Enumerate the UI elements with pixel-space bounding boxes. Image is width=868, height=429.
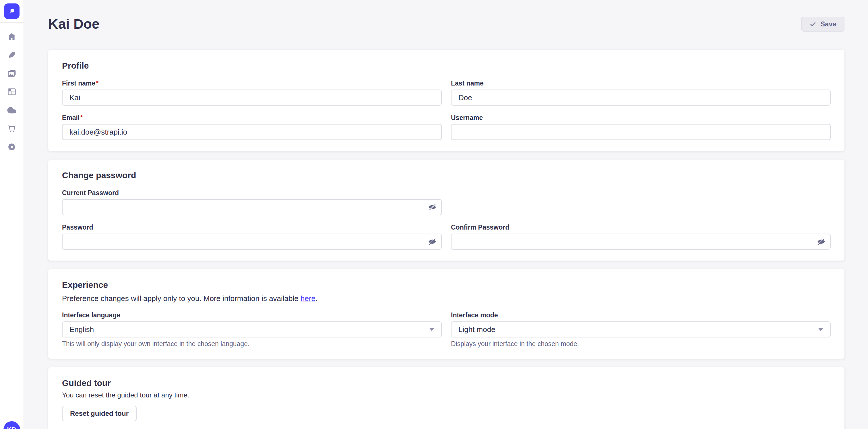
interface-language-field: Interface language English This will onl…: [62, 311, 442, 348]
profile-grid: First name* Last name Email* Username: [62, 79, 831, 140]
cloud-icon: [7, 105, 17, 115]
save-button[interactable]: Save: [801, 16, 844, 32]
home-icon: [7, 32, 17, 42]
gear-icon: [7, 142, 17, 152]
avatar[interactable]: KD: [3, 421, 20, 429]
eye-slash-icon: [428, 237, 437, 246]
sidebar-item-media-library[interactable]: [0, 64, 24, 82]
experience-description: Preference changes will apply only to yo…: [62, 294, 831, 303]
sidebar-item-deploy[interactable]: [0, 101, 24, 120]
chevron-down-icon: [429, 328, 434, 331]
page-title: Kai Doe: [48, 15, 100, 33]
layout-icon: [7, 87, 17, 97]
interface-language-label: Interface language: [62, 311, 442, 319]
sidebar-item-settings[interactable]: [0, 138, 24, 156]
avatar-initials: KD: [7, 426, 17, 429]
confirm-password-input[interactable]: [451, 234, 831, 250]
email-field: Email*: [62, 113, 442, 140]
strapi-logo-glyph: [7, 7, 16, 15]
save-button-label: Save: [820, 20, 836, 28]
change-password-grid: Current Password Pass: [62, 189, 831, 250]
first-name-field: First name*: [62, 79, 442, 106]
interface-language-value: English: [69, 325, 94, 334]
here-link[interactable]: here: [301, 294, 315, 303]
confirm-password-field: Confirm Password: [451, 223, 831, 250]
change-password-heading: Change password: [62, 170, 831, 181]
page-header: Kai Doe Save: [48, 0, 844, 33]
sidebar-item-marketplace[interactable]: [0, 120, 24, 138]
eye-slash-icon: [817, 237, 826, 246]
eye-slash-icon: [428, 203, 437, 211]
email-label: Email*: [62, 113, 442, 122]
sidebar: KD: [0, 0, 24, 429]
interface-mode-value: Light mode: [458, 325, 495, 334]
new-password-label: Password: [62, 223, 442, 231]
confirm-password-label: Confirm Password: [451, 223, 831, 231]
new-password-field: Password: [62, 223, 442, 250]
profile-heading: Profile: [62, 60, 831, 71]
reset-guided-tour-button[interactable]: Reset guided tour: [62, 406, 136, 421]
main-content: Kai Doe Save Profile First name* Last na…: [24, 0, 868, 429]
required-asterisk: *: [96, 79, 98, 87]
guided-tour-description: You can reset the guided tour at any tim…: [62, 391, 831, 399]
images-icon: [7, 69, 17, 78]
current-password-label: Current Password: [62, 189, 442, 197]
feather-icon: [7, 50, 17, 60]
username-input[interactable]: [451, 124, 831, 140]
change-password-card: Change password Current Password: [48, 160, 844, 261]
interface-mode-label: Interface mode: [451, 311, 831, 319]
interface-language-hint: This will only display your own interfac…: [62, 340, 442, 348]
guided-tour-card: Guided tour You can reset the guided tou…: [48, 367, 844, 429]
sidebar-item-home[interactable]: [0, 28, 24, 46]
new-password-input[interactable]: [62, 234, 442, 250]
guided-tour-heading: Guided tour: [62, 377, 831, 389]
experience-heading: Experience: [62, 279, 831, 290]
logo-box: [0, 0, 24, 23]
first-name-input[interactable]: [62, 90, 442, 106]
app-shell: KD Kai Doe Save Profile First name*: [0, 0, 868, 429]
interface-language-select[interactable]: English: [62, 321, 442, 337]
current-password-field: Current Password: [62, 189, 442, 215]
required-asterisk: *: [80, 114, 83, 121]
current-password-input[interactable]: [62, 199, 442, 215]
interface-mode-field: Interface mode Light mode Displays your …: [451, 311, 831, 348]
last-name-input[interactable]: [451, 90, 831, 106]
toggle-new-password-visibility-button[interactable]: [428, 237, 437, 246]
grid-spacer: [451, 189, 831, 215]
chevron-down-icon: [818, 328, 823, 331]
sidebar-item-content-manager[interactable]: [0, 46, 24, 64]
check-icon: [809, 21, 816, 28]
cart-icon: [7, 124, 17, 133]
email-input[interactable]: [62, 124, 442, 140]
first-name-label: First name*: [62, 79, 442, 87]
sidebar-nav: [0, 23, 24, 156]
experience-card: Experience Preference changes will apply…: [48, 269, 844, 359]
experience-grid: Interface language English This will onl…: [62, 311, 831, 348]
username-field: Username: [451, 113, 831, 140]
sidebar-item-content-type-builder[interactable]: [0, 82, 24, 101]
strapi-logo[interactable]: [4, 3, 20, 19]
username-label: Username: [451, 113, 831, 122]
toggle-current-password-visibility-button[interactable]: [428, 203, 437, 211]
sidebar-bottom: KD: [0, 417, 24, 429]
profile-card: Profile First name* Last name Email* Use…: [48, 50, 844, 151]
toggle-confirm-password-visibility-button[interactable]: [817, 237, 826, 246]
interface-mode-hint: Displays your interface in the chosen mo…: [451, 340, 831, 348]
interface-mode-select[interactable]: Light mode: [451, 321, 831, 337]
last-name-field: Last name: [451, 79, 831, 106]
last-name-label: Last name: [451, 79, 831, 87]
